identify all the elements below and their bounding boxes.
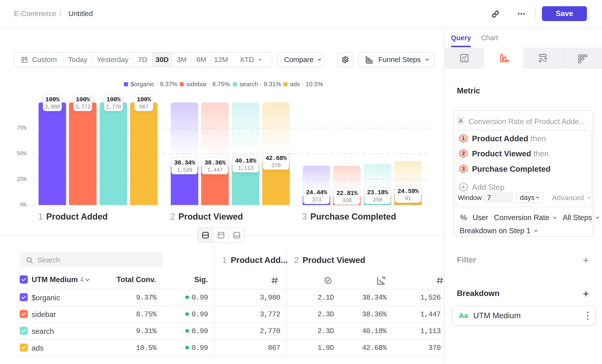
svg-text:%: % [382,275,386,280]
